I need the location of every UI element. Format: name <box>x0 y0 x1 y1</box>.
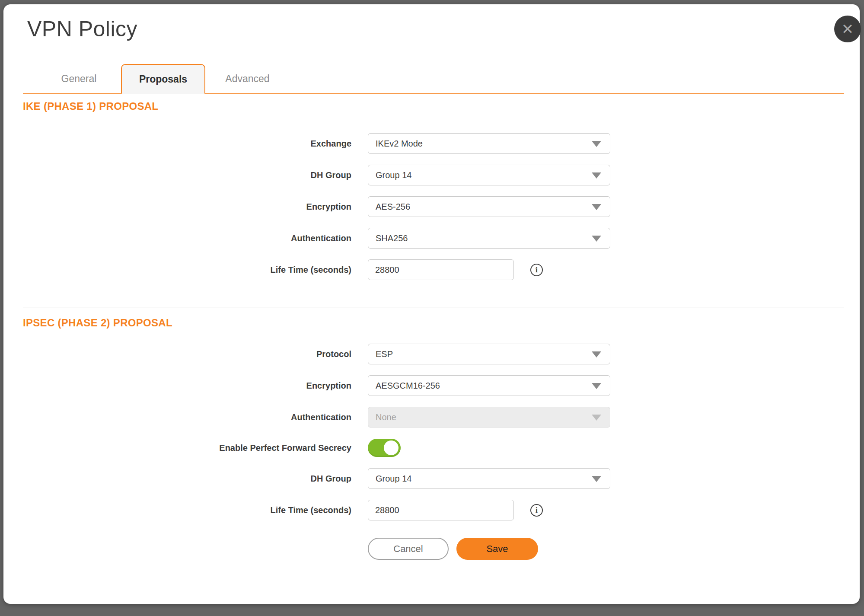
authentication-phase2-label: Authentication <box>23 412 368 422</box>
cancel-button[interactable]: Cancel <box>368 538 449 560</box>
exchange-label: Exchange <box>23 139 368 149</box>
authentication-select-value: SHA256 <box>376 233 408 243</box>
close-button[interactable]: ✕ <box>834 16 861 42</box>
ipsec-phase2-heading: IPSEC (PHASE 2) PROPOSAL <box>23 317 844 329</box>
info-icon-glyph: i <box>536 265 538 274</box>
ipsec-phase2-rows: Protocol ESP Encryption AESGCM16-256 Aut… <box>23 344 844 520</box>
ike-phase1-rows: Exchange IKEv2 Mode DH Group Group 14 En… <box>23 133 844 280</box>
protocol-label: Protocol <box>23 349 368 359</box>
pfs-toggle[interactable] <box>368 439 401 457</box>
vpn-policy-modal-screen: VPN Policy General Proposals Advanced IK… <box>0 0 864 616</box>
encryption-row: Encryption AES-256 <box>23 196 844 217</box>
pfs-row: Enable Perfect Forward Secrecy <box>23 438 844 457</box>
chevron-down-icon <box>592 476 601 482</box>
encryption-select-value: AES-256 <box>376 202 410 212</box>
encryption-phase2-select-value: AESGCM16-256 <box>376 381 440 391</box>
info-icon[interactable]: i <box>530 264 543 276</box>
page-title: VPN Policy <box>27 16 844 41</box>
chevron-down-icon <box>592 383 601 389</box>
ike-phase1-heading: IKE (PHASE 1) PROPOSAL <box>23 100 844 112</box>
close-icon: ✕ <box>842 20 854 38</box>
pfs-label: Enable Perfect Forward Secrecy <box>23 443 368 453</box>
life-time-row: Life Time (seconds) i <box>23 259 844 280</box>
section-divider <box>23 307 844 307</box>
chevron-down-icon <box>592 236 601 242</box>
encryption-phase2-select[interactable]: AESGCM16-256 <box>368 375 610 396</box>
authentication-label: Authentication <box>23 233 368 243</box>
authentication-phase2-select-value: None <box>376 412 396 422</box>
chevron-down-icon <box>592 415 601 421</box>
encryption-label: Encryption <box>23 202 368 212</box>
tab-bar: General Proposals Advanced <box>23 64 844 94</box>
life-time-label: Life Time (seconds) <box>23 265 368 275</box>
dh-group-phase2-select[interactable]: Group 14 <box>368 468 610 489</box>
life-time-input[interactable] <box>368 259 514 280</box>
life-time-phase2-label: Life Time (seconds) <box>23 505 368 515</box>
tab-general[interactable]: General <box>37 64 121 93</box>
dh-group-phase2-label: DH Group <box>23 474 368 484</box>
tab-proposals[interactable]: Proposals <box>121 64 205 94</box>
encryption-select[interactable]: AES-256 <box>368 196 610 217</box>
dh-group-phase2-select-value: Group 14 <box>376 474 411 484</box>
tab-general-label: General <box>61 73 97 85</box>
exchange-select-value: IKEv2 Mode <box>376 139 423 149</box>
dialog-footer: Cancel Save <box>23 538 844 560</box>
authentication-phase2-select: None <box>368 407 610 428</box>
encryption-phase2-row: Encryption AESGCM16-256 <box>23 375 844 396</box>
dh-group-phase2-row: DH Group Group 14 <box>23 468 844 489</box>
dh-group-select-value: Group 14 <box>376 170 411 180</box>
protocol-select[interactable]: ESP <box>368 344 610 364</box>
authentication-select[interactable]: SHA256 <box>368 228 610 249</box>
dh-group-select[interactable]: Group 14 <box>368 165 610 185</box>
authentication-phase2-row: Authentication None <box>23 407 844 428</box>
protocol-select-value: ESP <box>376 349 393 359</box>
chevron-down-icon <box>592 351 601 357</box>
exchange-row: Exchange IKEv2 Mode <box>23 133 844 154</box>
encryption-phase2-label: Encryption <box>23 381 368 391</box>
pfs-toggle-knob <box>384 440 399 455</box>
protocol-row: Protocol ESP <box>23 344 844 364</box>
dh-group-row: DH Group Group 14 <box>23 165 844 185</box>
chevron-down-icon <box>592 141 601 147</box>
tab-advanced[interactable]: Advanced <box>205 64 290 93</box>
authentication-row: Authentication SHA256 <box>23 228 844 249</box>
life-time-phase2-row: Life Time (seconds) i <box>23 500 844 520</box>
tab-advanced-label: Advanced <box>225 73 269 85</box>
info-icon[interactable]: i <box>530 504 543 517</box>
life-time-phase2-input[interactable] <box>368 500 514 520</box>
dh-group-label: DH Group <box>23 170 368 180</box>
exchange-select[interactable]: IKEv2 Mode <box>368 133 610 154</box>
tab-proposals-label: Proposals <box>139 73 187 85</box>
chevron-down-icon <box>592 204 601 210</box>
info-icon-glyph: i <box>536 505 538 515</box>
vpn-policy-dialog: VPN Policy General Proposals Advanced IK… <box>3 4 860 604</box>
save-button[interactable]: Save <box>456 538 538 560</box>
chevron-down-icon <box>592 172 601 179</box>
